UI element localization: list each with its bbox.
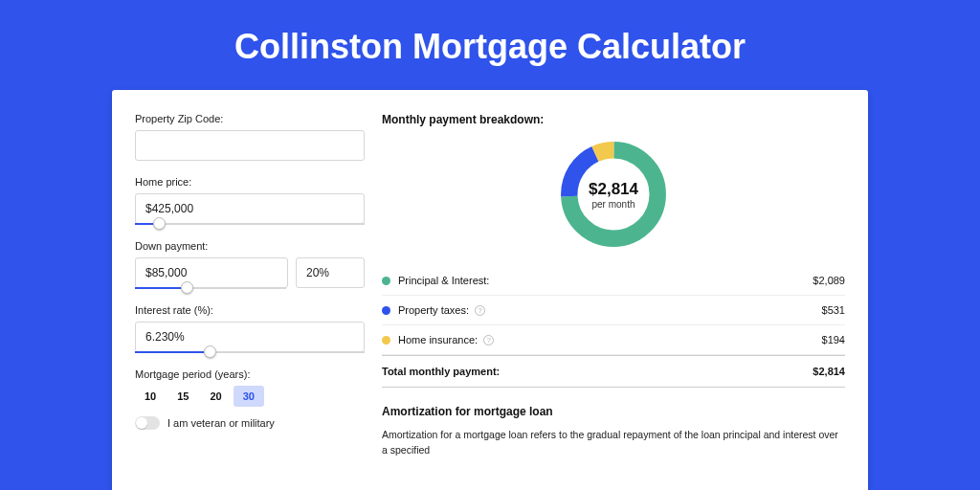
breakdown-amount: $2,089: [813, 275, 845, 286]
calculator-card: Property Zip Code: Home price: Down paym…: [112, 90, 868, 490]
period-label: Mortgage period (years):: [135, 368, 365, 380]
period-row: 10 15 20 30: [135, 386, 365, 407]
slider-knob[interactable]: [153, 217, 166, 230]
veteran-row: I am veteran or military: [135, 416, 365, 430]
breakdown-row-principal: Principal & Interest: $2,089: [382, 266, 845, 296]
page-title: Collinston Mortgage Calculator: [0, 0, 980, 90]
help-icon[interactable]: ?: [475, 305, 485, 316]
donut-sub: per month: [591, 199, 635, 210]
swatch-icon: [382, 336, 390, 345]
slider-knob[interactable]: [204, 345, 216, 358]
swatch-icon: [382, 306, 390, 315]
donut-chart: $2,814 per month: [555, 136, 672, 253]
breakdown-row-insurance: Home insurance: ? $194: [382, 325, 845, 355]
donut-total: $2,814: [589, 180, 638, 199]
swatch-icon: [382, 277, 390, 285]
amortization-heading: Amortization for mortgage loan: [382, 405, 845, 418]
amortization-section: Amortization for mortgage loan Amortizat…: [382, 405, 845, 458]
down-payment-field: Down payment:: [135, 240, 365, 289]
interest-rate-label: Interest rate (%):: [135, 304, 365, 316]
down-payment-label: Down payment:: [135, 240, 365, 252]
help-icon[interactable]: ?: [483, 335, 494, 345]
breakdown-row-taxes: Property taxes: ? $531: [382, 296, 845, 325]
form-column: Property Zip Code: Home price: Down paym…: [135, 113, 365, 490]
breakdown-label: Home insurance:: [398, 334, 478, 345]
interest-rate-field: Interest rate (%):: [135, 304, 365, 353]
breakdown-row-total: Total monthly payment: $2,814: [382, 355, 845, 388]
period-field: Mortgage period (years): 10 15 20 30: [135, 368, 365, 407]
breakdown-amount: $194: [822, 334, 845, 345]
total-amount: $2,814: [813, 366, 845, 377]
home-price-label: Home price:: [135, 176, 365, 188]
breakdown-heading: Monthly payment breakdown:: [382, 113, 845, 126]
down-payment-slider[interactable]: [135, 287, 286, 289]
veteran-label: I am veteran or military: [167, 417, 275, 429]
donut-chart-wrap: $2,814 per month: [382, 136, 845, 253]
home-price-field: Home price:: [135, 176, 365, 225]
down-payment-input[interactable]: [135, 257, 288, 288]
amortization-text: Amortization for a mortgage loan refers …: [382, 428, 845, 458]
breakdown-label: Principal & Interest:: [398, 275, 489, 286]
period-btn-10[interactable]: 10: [135, 386, 166, 407]
home-price-input[interactable]: [135, 193, 365, 224]
zip-input[interactable]: [135, 130, 365, 161]
interest-rate-slider[interactable]: [135, 351, 365, 353]
total-label: Total monthly payment:: [382, 366, 500, 377]
veteran-toggle[interactable]: [135, 416, 160, 430]
period-btn-30[interactable]: 30: [234, 386, 264, 407]
down-payment-pct-input[interactable]: [296, 257, 365, 288]
period-btn-20[interactable]: 20: [201, 386, 232, 407]
interest-rate-input[interactable]: [135, 322, 365, 352]
period-btn-15[interactable]: 15: [167, 386, 198, 407]
breakdown-label: Property taxes:: [398, 304, 469, 316]
home-price-slider[interactable]: [135, 223, 365, 225]
slider-knob[interactable]: [181, 281, 193, 294]
breakdown-column: Monthly payment breakdown: $2,814 per mo…: [365, 113, 845, 490]
zip-field: Property Zip Code:: [135, 113, 365, 161]
breakdown-amount: $531: [822, 304, 845, 316]
zip-label: Property Zip Code:: [135, 113, 365, 124]
